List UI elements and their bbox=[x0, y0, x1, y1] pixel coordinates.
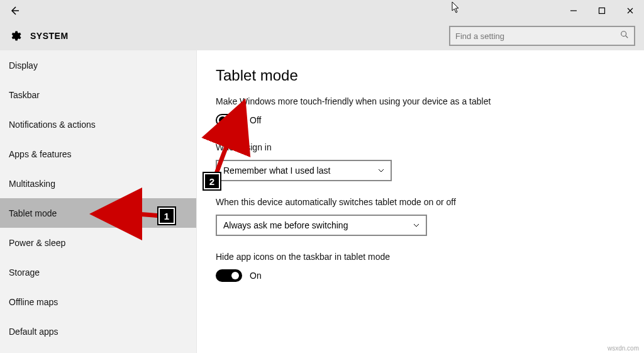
minimize-button[interactable] bbox=[559, 0, 587, 21]
chevron-down-icon bbox=[413, 221, 419, 228]
sidebar-item-label: Apps & features bbox=[9, 149, 72, 159]
sidebar-item-apps-features[interactable]: Apps & features bbox=[0, 139, 196, 169]
chevron-down-icon bbox=[378, 167, 384, 174]
sidebar-item-label: Display bbox=[9, 60, 38, 70]
sidebar-item-notifications[interactable]: Notifications & actions bbox=[0, 109, 196, 139]
sidebar-item-multitasking[interactable]: Multitasking bbox=[0, 169, 196, 198]
window-controls bbox=[559, 0, 644, 21]
sidebar-item-default-apps[interactable]: Default apps bbox=[0, 317, 196, 346]
touch-toggle-row: Off bbox=[216, 114, 625, 126]
hide-toggle-text: On bbox=[250, 271, 262, 281]
sidebar-item-offline-maps[interactable]: Offline maps bbox=[0, 287, 196, 317]
search-input-wrap[interactable] bbox=[449, 26, 635, 46]
header-title: SYSTEM bbox=[30, 31, 69, 41]
gear-icon bbox=[9, 30, 21, 42]
sidebar-item-label: Notifications & actions bbox=[9, 120, 96, 130]
back-arrow-icon bbox=[9, 5, 20, 16]
hide-toggle-row: On bbox=[216, 269, 625, 282]
search-icon bbox=[620, 30, 629, 42]
auto-switch-label: When this device automatically switches … bbox=[216, 196, 492, 208]
svg-point-1 bbox=[621, 31, 626, 36]
main: Display Taskbar Notifications & actions … bbox=[0, 50, 644, 353]
page-title: Tablet mode bbox=[216, 67, 625, 84]
maximize-button[interactable] bbox=[587, 0, 616, 21]
touch-friendly-label: Make Windows more touch-friendly when us… bbox=[216, 96, 492, 108]
hide-toggle[interactable] bbox=[216, 269, 242, 282]
auto-switch-select-value: Always ask me before switching bbox=[223, 220, 348, 230]
sidebar-item-label: Tablet mode bbox=[9, 208, 57, 218]
sidebar-item-label: Default apps bbox=[9, 327, 58, 337]
mouse-cursor-icon bbox=[452, 1, 460, 16]
touch-toggle[interactable] bbox=[216, 114, 242, 126]
sidebar-item-label: Multitasking bbox=[9, 179, 55, 189]
touch-toggle-text: Off bbox=[250, 115, 261, 125]
sidebar-item-label: Offline maps bbox=[9, 297, 58, 307]
sidebar-item-power-sleep[interactable]: Power & sleep bbox=[0, 228, 196, 257]
minimize-icon bbox=[570, 7, 577, 14]
content-pane: Tablet mode Make Windows more touch-frie… bbox=[197, 50, 644, 353]
sidebar-item-label: Storage bbox=[9, 267, 40, 277]
watermark: wsxdn.com bbox=[608, 345, 639, 352]
hide-icons-label: Hide app icons on the taskbar in tablet … bbox=[216, 251, 492, 263]
header: SYSTEM bbox=[0, 21, 644, 50]
back-button[interactable] bbox=[0, 0, 29, 21]
svg-rect-0 bbox=[599, 8, 604, 14]
titlebar bbox=[0, 0, 644, 21]
close-icon bbox=[626, 7, 634, 14]
signin-label: When I sign in bbox=[216, 142, 492, 154]
sidebar-item-tablet-mode[interactable]: Tablet mode bbox=[0, 198, 196, 228]
toggle-knob bbox=[231, 272, 239, 279]
sidebar-item-taskbar[interactable]: Taskbar bbox=[0, 80, 196, 109]
auto-switch-select[interactable]: Always ask me before switching bbox=[216, 215, 427, 236]
toggle-knob bbox=[219, 116, 226, 124]
close-button[interactable] bbox=[616, 0, 644, 21]
maximize-icon bbox=[598, 7, 606, 14]
sidebar-item-storage[interactable]: Storage bbox=[0, 257, 196, 287]
sidebar: Display Taskbar Notifications & actions … bbox=[0, 50, 197, 353]
sidebar-item-label: Power & sleep bbox=[9, 238, 65, 248]
signin-select[interactable]: Remember what I used last bbox=[216, 160, 392, 181]
search-input[interactable] bbox=[455, 31, 620, 41]
signin-select-value: Remember what I used last bbox=[223, 165, 330, 176]
sidebar-item-label: Taskbar bbox=[9, 90, 40, 100]
sidebar-item-display[interactable]: Display bbox=[0, 50, 196, 80]
